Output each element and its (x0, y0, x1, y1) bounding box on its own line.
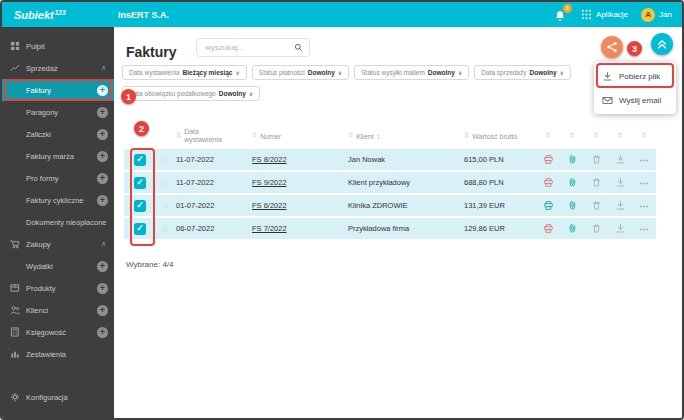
sidebar-item-ksiegowosc[interactable]: Księgowość + (2, 321, 114, 343)
menu-item-pobierz-plik[interactable]: Pobierz plik (594, 64, 676, 88)
add-receipt-icon[interactable]: + (97, 107, 108, 118)
check-icon: ✓ (136, 178, 144, 187)
sidebar-item-klienci[interactable]: Klienci + (2, 299, 114, 321)
add-proforma-icon[interactable]: + (97, 173, 108, 184)
payment-status-icon[interactable] (543, 154, 554, 165)
add-advance-icon[interactable]: + (97, 129, 108, 140)
more-actions-icon[interactable]: ⋯ (640, 155, 649, 165)
filter-data-obowiazku[interactable]: Data obowiązku podatkowego Dowolny ∨ (122, 86, 260, 101)
notifications-button[interactable]: 1 (554, 8, 568, 22)
column-header-client[interactable]: Klient (356, 133, 374, 140)
user-menu[interactable]: A Jan (641, 8, 672, 22)
delete-icon[interactable] (591, 177, 602, 188)
favorite-star-icon[interactable]: ☆ (161, 224, 169, 234)
row-checkbox[interactable]: ✓ (134, 223, 146, 235)
favorite-star-icon[interactable]: ☆ (161, 201, 169, 211)
cell-date: 01-07-2022 (174, 201, 250, 210)
attachment-icon[interactable] (567, 200, 578, 211)
sidebar-item-faktury-cykliczne[interactable]: Faktury cykliczne + (2, 189, 114, 211)
payment-status-icon[interactable] (543, 177, 554, 188)
row-checkbox[interactable]: ✓ (134, 177, 146, 189)
payment-status-icon[interactable] (543, 223, 554, 234)
add-margin-invoice-icon[interactable]: + (97, 151, 108, 162)
sidebar-group-sprzedaz[interactable]: Sprzedaż ∧ (2, 57, 114, 79)
cell-client: Przykładowa firma (346, 224, 462, 233)
delete-icon[interactable] (591, 223, 602, 234)
sidebar-item-zaliczki[interactable]: Zaliczki + (2, 123, 114, 145)
sidebar-group-zakupy[interactable]: Zakupy ∧ (2, 233, 114, 255)
add-recurring-invoice-icon[interactable]: + (97, 195, 108, 206)
download-icon[interactable] (615, 223, 626, 234)
row-checkbox[interactable]: ✓ (134, 154, 146, 166)
more-actions-icon[interactable]: ⋯ (640, 224, 649, 234)
sidebar-item-wydatki[interactable]: Wydatki + (2, 255, 114, 277)
attachment-icon[interactable] (567, 154, 578, 165)
sidebar-item-konfiguracja[interactable]: Konfiguracja (2, 386, 114, 408)
sidebar-item-dokumenty-nieoplacone[interactable]: Dokumenty nieopłacone (2, 211, 114, 233)
favorite-star-icon[interactable]: ☆ (161, 178, 169, 188)
filter-status-wysylki[interactable]: Status wysyłki mailem Dowolny ∨ (354, 65, 469, 80)
column-drag-handle[interactable]: ⠿ (464, 132, 469, 140)
invoice-number-link[interactable]: FS 9/2022 (252, 178, 287, 187)
add-invoice-icon[interactable]: + (97, 85, 108, 96)
sidebar-item-faktury-marza[interactable]: Faktury marża + (2, 145, 114, 167)
delete-icon[interactable] (591, 200, 602, 211)
sidebar-item-faktury[interactable]: Faktury + (2, 79, 114, 101)
chevron-up-icon[interactable]: ∧ (101, 240, 106, 248)
download-icon[interactable] (615, 177, 626, 188)
column-header-date[interactable]: Data wystawienia (184, 128, 232, 144)
invoice-number-link[interactable]: FS 8/2022 (252, 155, 287, 164)
sidebar: Pulpit Sprzedaż ∧ Faktury + Paragony + Z… (2, 27, 114, 418)
attachment-icon[interactable] (567, 223, 578, 234)
filter-data-sprzedazy[interactable]: Data sprzedaży Dowolny ∨ (474, 65, 571, 80)
row-checkbox[interactable]: ✓ (134, 200, 146, 212)
invoice-number-link[interactable]: FS 6/2022 (252, 201, 287, 210)
sidebar-item-zestawienia[interactable]: Zestawienia (2, 343, 114, 365)
column-drag-handle[interactable]: ⠿ (593, 132, 598, 140)
brand-sup: 123 (55, 9, 66, 16)
column-header-gross[interactable]: Wartość brutto (472, 133, 517, 140)
filters-row-1: Data wystawienia Bieżący miesiąc ∨ Statu… (122, 65, 571, 80)
column-drag-handle[interactable]: ⠿ (348, 132, 353, 140)
column-header-number[interactable]: Numer (260, 133, 281, 140)
share-actions-button[interactable] (601, 36, 623, 58)
payment-status-icon[interactable] (543, 200, 554, 211)
column-drag-handle[interactable]: ⠿ (617, 132, 622, 140)
company-name: InsERT S.A. (118, 2, 169, 27)
download-icon[interactable] (615, 200, 626, 211)
delete-icon[interactable] (591, 154, 602, 165)
filters-row-2: Data obowiązku podatkowego Dowolny ∨ (122, 86, 260, 101)
apps-menu-button[interactable]: Aplikacje (581, 9, 628, 20)
sidebar-item-produkty[interactable]: Produkty + (2, 277, 114, 299)
menu-item-wyslij-email[interactable]: Wyślij email (594, 88, 676, 112)
column-drag-handle[interactable]: ⠿ (252, 132, 257, 140)
search-input[interactable] (203, 42, 294, 53)
more-actions-icon[interactable]: ⋯ (640, 178, 649, 188)
sort-icon[interactable]: ↕ (377, 133, 381, 140)
add-expense-icon[interactable]: + (97, 261, 108, 272)
column-drag-handle[interactable]: ⠿ (641, 132, 646, 140)
filter-status-platnosci[interactable]: Status płatności Dowolny ∨ (252, 65, 349, 80)
app-logo[interactable]: Subiekt123 (14, 2, 66, 27)
column-drag-handle[interactable]: ⠿ (176, 132, 181, 140)
avatar: A (641, 8, 655, 22)
cell-gross: 615,00 PLN (462, 155, 536, 164)
favorite-star-icon[interactable]: ☆ (161, 155, 169, 165)
collapse-panel-button[interactable] (651, 33, 673, 55)
add-client-icon[interactable]: + (97, 305, 108, 316)
chevron-up-icon[interactable]: ∧ (101, 64, 106, 72)
column-drag-handle[interactable]: ⠿ (545, 132, 550, 140)
filter-data-wystawienia[interactable]: Data wystawienia Bieżący miesiąc ∨ (122, 65, 247, 80)
add-product-icon[interactable]: + (97, 283, 108, 294)
table-row: ✓ ☆ 06-07-2022 FS 7/2022 Przykładowa fir… (124, 218, 656, 241)
sidebar-item-pulpit[interactable]: Pulpit (2, 35, 114, 57)
sidebar-item-paragony[interactable]: Paragony + (2, 101, 114, 123)
add-accounting-icon[interactable]: + (97, 327, 108, 338)
sidebar-item-pro-formy[interactable]: Pro formy + (2, 167, 114, 189)
more-actions-icon[interactable]: ⋯ (640, 201, 649, 211)
column-drag-handle[interactable]: ⠿ (569, 132, 574, 140)
invoice-number-link[interactable]: FS 7/2022 (252, 224, 287, 233)
topbar: Subiekt123 InsERT S.A. 1 Aplikacje A Jan (2, 2, 682, 27)
attachment-icon[interactable] (567, 177, 578, 188)
download-icon[interactable] (615, 154, 626, 165)
